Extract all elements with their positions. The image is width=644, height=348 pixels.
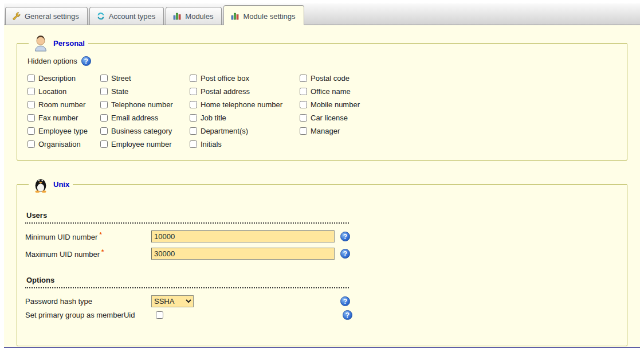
min-uid-control (151, 230, 340, 243)
hidden-option-initials[interactable]: Initials (190, 140, 300, 148)
person-icon (32, 34, 49, 52)
password-hash-control: SSHA (151, 295, 340, 307)
hidden-option-employee-type[interactable]: Employee type (28, 127, 100, 135)
checkbox-label: Home telephone number (201, 100, 282, 109)
users-section-header: Users (25, 210, 349, 224)
checkbox[interactable] (28, 114, 35, 122)
hidden-option-postal-code[interactable]: Postal code (300, 74, 619, 83)
checkbox[interactable] (100, 127, 108, 135)
checkbox-label: State (111, 87, 128, 96)
tab-label: Module settings (243, 12, 295, 21)
tab-content: Personal Hidden options ? DescriptionStr… (4, 25, 640, 348)
checkbox[interactable] (28, 140, 35, 148)
personal-legend-label: Personal (53, 39, 85, 48)
checkbox[interactable] (190, 127, 197, 135)
help-icon[interactable]: ? (340, 249, 350, 259)
hidden-option-description[interactable]: Description (28, 74, 100, 83)
hidden-option-postal-address[interactable]: Postal address (190, 87, 300, 96)
account-types-icon (96, 11, 105, 21)
personal-fieldset: Personal Hidden options ? DescriptionStr… (17, 34, 627, 161)
checkbox[interactable] (100, 75, 108, 82)
max-uid-control (151, 248, 340, 260)
hidden-option-location[interactable]: Location (28, 87, 100, 96)
tab-account-types[interactable]: Account types (89, 7, 164, 25)
password-hash-row: Password hash type SSHA ? (25, 295, 619, 307)
checkbox[interactable] (28, 127, 35, 135)
hidden-option-department-s-[interactable]: Department(s) (190, 127, 300, 135)
checkbox[interactable] (190, 88, 197, 95)
help-icon[interactable]: ? (343, 310, 352, 320)
checkbox-label: Initials (201, 140, 222, 148)
hidden-option-email-address[interactable]: Email address (100, 114, 190, 122)
checkbox[interactable] (28, 88, 35, 95)
member-uid-label: Set primary group as memberUid (25, 311, 154, 319)
min-uid-input[interactable] (151, 230, 335, 243)
checkbox[interactable] (190, 101, 197, 108)
checkbox[interactable] (100, 88, 108, 95)
hidden-options-row: Hidden options ? (28, 56, 619, 66)
max-uid-label: Maximum UID number* (25, 248, 151, 259)
hidden-option-post-office-box[interactable]: Post office box (190, 74, 300, 83)
hidden-options-grid: DescriptionStreetPost office boxPostal c… (28, 74, 619, 148)
checkbox[interactable] (300, 114, 307, 122)
checkbox[interactable] (190, 75, 197, 82)
checkbox[interactable] (28, 101, 35, 108)
tux-penguin-icon (32, 175, 49, 193)
tab-label: Account types (109, 12, 156, 21)
modules-icon (172, 11, 182, 21)
max-uid-input[interactable] (151, 248, 335, 260)
checkbox-label: Office name (311, 87, 351, 96)
hidden-option-car-license[interactable]: Car license (300, 114, 619, 122)
tab-module-settings[interactable]: Module settings (223, 5, 304, 25)
personal-legend: Personal (29, 34, 88, 52)
help-icon[interactable]: ? (340, 232, 350, 241)
tab-modules[interactable]: Modules (166, 7, 222, 25)
checkbox[interactable] (100, 114, 108, 122)
checkbox-label: Car license (311, 114, 348, 122)
checkbox[interactable] (100, 101, 108, 108)
checkbox[interactable] (300, 88, 307, 95)
help-icon[interactable]: ? (81, 56, 91, 66)
hidden-option-home-telephone-number[interactable]: Home telephone number (190, 100, 300, 109)
checkbox-label: Description (38, 74, 76, 83)
hidden-option-manager[interactable]: Manager (300, 127, 619, 135)
checkbox-label: Department(s) (201, 127, 248, 135)
tab-general-settings[interactable]: General settings (5, 7, 88, 25)
checkbox[interactable] (300, 101, 307, 108)
hidden-option-organisation[interactable]: Organisation (28, 140, 100, 148)
checkbox-label: Email address (111, 114, 158, 122)
hidden-option-office-name[interactable]: Office name (300, 87, 619, 96)
checkbox[interactable] (300, 75, 307, 82)
checkbox-label: Street (111, 74, 131, 83)
hidden-option-job-title[interactable]: Job title (190, 114, 300, 122)
tab-bar: General settingsAccount typesModulesModu… (4, 3, 640, 25)
hidden-option-state[interactable]: State (100, 87, 190, 96)
tab-label: Modules (185, 12, 213, 21)
checkbox[interactable] (100, 140, 108, 148)
hidden-option-employee-number[interactable]: Employee number (100, 140, 190, 148)
unix-legend-label: Unix (53, 180, 69, 189)
checkbox-label: Job title (201, 114, 226, 122)
member-uid-row: Set primary group as memberUid ? (25, 310, 619, 320)
required-marker: * (101, 248, 104, 255)
member-uid-checkbox[interactable] (156, 311, 163, 319)
hidden-option-business-category[interactable]: Business category (100, 127, 190, 135)
hidden-option-street[interactable]: Street (100, 74, 190, 83)
checkbox[interactable] (190, 114, 197, 122)
password-hash-label: Password hash type (25, 297, 151, 306)
checkbox[interactable] (300, 127, 307, 135)
checkbox-label: Employee number (111, 140, 172, 148)
max-uid-row: Maximum UID number* ? (25, 248, 619, 260)
hidden-options-label: Hidden options (28, 57, 77, 65)
checkbox[interactable] (190, 140, 197, 148)
min-uid-row: Minimum UID number* ? (25, 230, 619, 243)
hidden-option-telephone-number[interactable]: Telephone number (100, 100, 190, 109)
hidden-option-mobile-number[interactable]: Mobile number (300, 100, 619, 109)
password-hash-select[interactable]: SSHA (151, 295, 194, 307)
member-uid-control (154, 311, 343, 319)
help-icon[interactable]: ? (340, 296, 350, 306)
hidden-option-fax-number[interactable]: Fax number (28, 114, 100, 122)
hidden-option-room-number[interactable]: Room number (28, 100, 100, 109)
checkbox[interactable] (28, 75, 35, 82)
unix-fieldset: Unix Users Minimum UID number* ? Maximum… (17, 175, 627, 346)
